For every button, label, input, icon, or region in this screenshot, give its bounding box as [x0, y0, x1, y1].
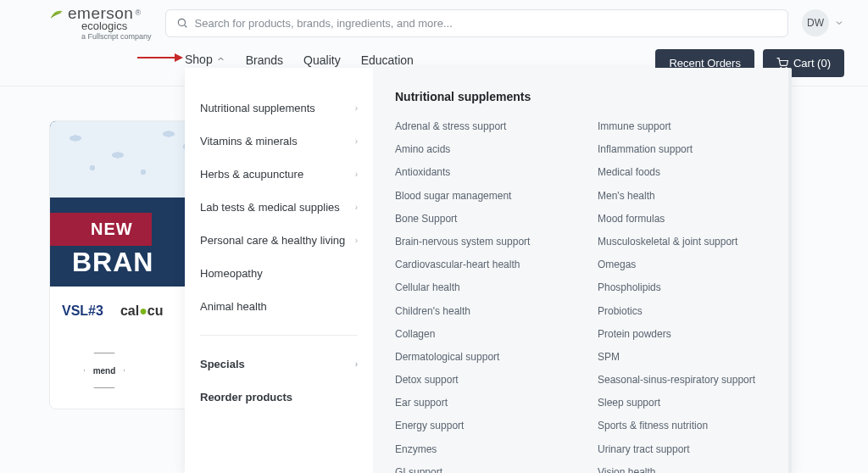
new-badge: NEW — [50, 213, 152, 246]
menu-link[interactable]: Medical foods — [598, 164, 766, 181]
menu-link[interactable]: Inflammation support — [598, 142, 766, 158]
chevron-down-icon — [834, 18, 844, 28]
logo[interactable]: emerson ® ecologics a Fullscript company — [49, 5, 152, 41]
logo-tagline: a Fullscript company — [81, 33, 152, 41]
menu-link[interactable]: Mood formulas — [598, 211, 766, 227]
menu-main: Nutritional supplements Adrenal & stress… — [373, 68, 788, 473]
chevron-right-icon: › — [355, 203, 358, 212]
shop-mega-menu: Nutritional supplements› Vitamins & mine… — [185, 68, 792, 473]
menu-specials[interactable]: Specials› — [185, 348, 373, 381]
brand-calocurb[interactable]: cal●cu — [120, 303, 164, 319]
menu-link[interactable]: Adrenal & stress support — [395, 119, 564, 135]
brand-vsl[interactable]: VSL#3 — [62, 303, 103, 319]
menu-link[interactable]: Cardiovascular-heart health — [395, 257, 564, 273]
chevron-right-icon: › — [355, 359, 358, 369]
svg-point-0 — [178, 19, 185, 25]
menu-col-2: Immune supportInflammation supportMedica… — [598, 119, 766, 473]
menu-separator — [200, 335, 358, 336]
menu-link[interactable]: Bone Support — [395, 211, 564, 227]
menu-link[interactable]: Urinary tract support — [598, 442, 766, 458]
menu-cat-nutritional-supplements[interactable]: Nutritional supplements› — [185, 92, 373, 125]
chevron-right-icon: › — [355, 103, 358, 113]
search-box[interactable] — [165, 9, 788, 37]
menu-link[interactable]: Dermatological support — [395, 349, 564, 365]
search-input[interactable] — [195, 17, 777, 30]
menu-link[interactable]: Brain-nervous system support — [395, 234, 564, 250]
top-bar: emerson ® ecologics a Fullscript company… — [0, 0, 868, 41]
menu-link[interactable]: Children's health — [395, 303, 564, 320]
menu-link[interactable]: Phospholipids — [598, 280, 766, 296]
logo-sub: ecologics — [81, 20, 127, 31]
menu-cat-vitamins-minerals[interactable]: Vitamins & minerals› — [185, 125, 373, 158]
brand-mend[interactable]: mend — [84, 353, 125, 388]
menu-columns: Adrenal & stress supportAmino acidsAntio… — [395, 119, 766, 473]
menu-link[interactable]: Protein powders — [598, 326, 766, 342]
menu-link[interactable]: Amino acids — [395, 142, 564, 158]
menu-cat-lab-tests[interactable]: Lab tests & medical supplies› — [185, 191, 373, 224]
menu-link[interactable]: Sports & fitness nutrition — [598, 418, 766, 434]
avatar: DW — [802, 9, 829, 36]
menu-link[interactable]: Omegas — [598, 257, 766, 273]
chevron-right-icon: › — [355, 170, 358, 179]
leaf-icon — [49, 8, 66, 19]
menu-link[interactable]: Blood sugar management — [395, 188, 564, 204]
chevron-right-icon: › — [355, 236, 358, 245]
menu-link[interactable]: Sleep support — [598, 395, 766, 411]
chevron-right-icon: › — [355, 136, 358, 146]
menu-link[interactable]: Musculoskeletal & joint support — [598, 234, 766, 250]
menu-link[interactable]: Ear support — [395, 395, 564, 411]
menu-reorder[interactable]: Reorder products — [185, 381, 373, 414]
menu-link[interactable]: Enzymes — [395, 442, 564, 458]
user-menu[interactable]: DW — [802, 9, 844, 36]
menu-link[interactable]: Immune support — [598, 119, 766, 135]
menu-link[interactable]: Collagen — [395, 326, 564, 342]
arrow-annotation-icon — [137, 53, 183, 63]
menu-link[interactable]: Probiotics — [598, 303, 766, 320]
menu-cat-animal-health[interactable]: Animal health — [185, 290, 373, 323]
menu-link[interactable]: GI support — [395, 465, 564, 473]
menu-link[interactable]: Detox support — [395, 372, 564, 388]
menu-link[interactable]: SPM — [598, 349, 766, 365]
menu-link[interactable]: Antioxidants — [395, 164, 564, 181]
menu-cat-herbs-acupuncture[interactable]: Herbs & acupuncture› — [185, 158, 373, 191]
menu-link[interactable]: Energy support — [395, 418, 564, 434]
search-icon — [176, 17, 188, 29]
menu-sidebar: Nutritional supplements› Vitamins & mine… — [185, 68, 373, 473]
menu-col-1: Adrenal & stress supportAmino acidsAntio… — [395, 119, 564, 473]
menu-link[interactable]: Vision health — [598, 465, 766, 473]
chevron-up-icon — [216, 54, 225, 64]
menu-cat-homeopathy[interactable]: Homeopathy — [185, 257, 373, 290]
hero-brand-text: BRAN — [72, 247, 153, 278]
svg-marker-3 — [175, 53, 183, 62]
menu-heading: Nutritional supplements — [395, 90, 766, 103]
svg-line-1 — [184, 25, 186, 28]
menu-cat-personal-care[interactable]: Personal care & healthy living› — [185, 224, 373, 257]
menu-link[interactable]: Men's health — [598, 188, 766, 204]
menu-link[interactable]: Seasonal-sinus-respiratory support — [598, 372, 766, 388]
menu-link[interactable]: Cellular health — [395, 280, 564, 296]
